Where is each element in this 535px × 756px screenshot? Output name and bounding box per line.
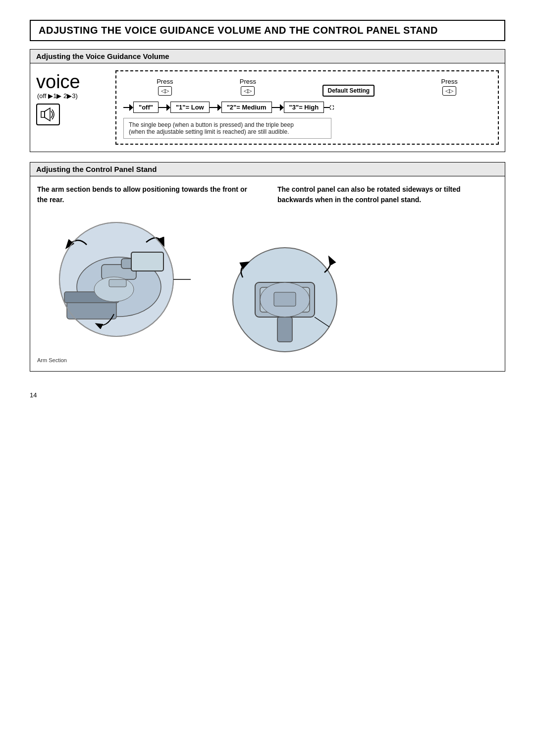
diagram-right	[215, 243, 354, 363]
press-label-3: Press	[441, 78, 458, 85]
svg-marker-1	[45, 108, 50, 121]
control-panel-content: The arm section bends to allow positioni…	[30, 176, 505, 371]
btn-icon-2: ◁▷	[244, 88, 252, 94]
main-title: ADJUSTING THE VOICE GUIDANCE VOLUME AND …	[39, 25, 438, 36]
voice-sequence: (off ▶1▶ 2▶3)	[37, 92, 115, 100]
press-btn-3: ◁▷	[442, 86, 456, 96]
voice-left-panel: voice (off ▶1▶ 2▶3)	[36, 70, 115, 125]
press-row: Press ◁▷ Press ◁▷	[123, 76, 491, 97]
step-off: "off"	[133, 102, 159, 113]
press-label-2: Press	[240, 78, 256, 85]
voice-guidance-inner: voice (off ▶1▶ 2▶3)	[36, 70, 499, 145]
svg-rect-8	[131, 252, 163, 271]
press-btn-1: ◁▷	[158, 86, 172, 96]
speaker-icon	[40, 107, 56, 122]
page-number: 14	[30, 391, 505, 399]
voice-right-panel: Press ◁▷ Press ◁▷	[115, 70, 499, 145]
diagrams-row: Arm Section	[37, 215, 498, 363]
note-box: The single beep (when a button is presse…	[123, 118, 331, 139]
voice-word: voice	[36, 72, 115, 91]
diagram-left: Arm Section	[37, 215, 196, 363]
note-text: The single beep (when a button is presse…	[129, 121, 294, 135]
default-setting-btn: Default Setting	[322, 85, 374, 97]
col-text-left: The arm section bends to allow positioni…	[37, 184, 258, 205]
arm-diagram-svg	[37, 215, 196, 354]
voice-icon-box	[36, 104, 60, 125]
press-group-default: Default Setting	[322, 76, 374, 97]
svg-rect-0	[41, 111, 45, 117]
svg-rect-16	[277, 317, 292, 342]
svg-rect-19	[274, 292, 296, 306]
step-1-low: "1"= Low	[170, 102, 210, 113]
step-2-medium: "2"= Medium	[221, 102, 272, 113]
arm-section-label: Arm Section	[37, 357, 196, 363]
press-group-2: Press ◁▷	[240, 78, 256, 96]
control-panel-header: Adjusting the Control Panel Stand	[30, 162, 505, 176]
control-panel-section: Adjusting the Control Panel Stand The ar…	[30, 162, 505, 372]
col-text-right: The control panel can also be rotated si…	[277, 184, 498, 205]
step-3-high: "3"= High	[284, 102, 324, 113]
press-group-1: Press ◁▷	[157, 78, 173, 96]
press-label-1: Press	[157, 78, 173, 85]
svg-rect-12	[109, 279, 126, 287]
voice-guidance-content: voice (off ▶1▶ 2▶3)	[30, 63, 505, 152]
btn-icon-1: ◁▷	[161, 88, 169, 94]
press-btn-2: ◁▷	[241, 86, 255, 96]
press-label-default	[348, 76, 350, 84]
two-col-text: The arm section bends to allow positioni…	[37, 184, 498, 205]
rotation-diagram-svg	[215, 243, 354, 362]
voice-guidance-header: Adjusting the Voice Guidance Volume	[30, 50, 505, 63]
main-title-box: ADJUSTING THE VOICE GUIDANCE VOLUME AND …	[30, 20, 505, 41]
press-group-3: Press ◁▷	[441, 78, 458, 96]
steps-sequence-row: "off" "1"= Low "2"= Medium	[123, 102, 491, 113]
voice-guidance-section: Adjusting the Voice Guidance Volume voic…	[30, 49, 505, 152]
btn-icon-3: ◁▷	[445, 88, 453, 94]
